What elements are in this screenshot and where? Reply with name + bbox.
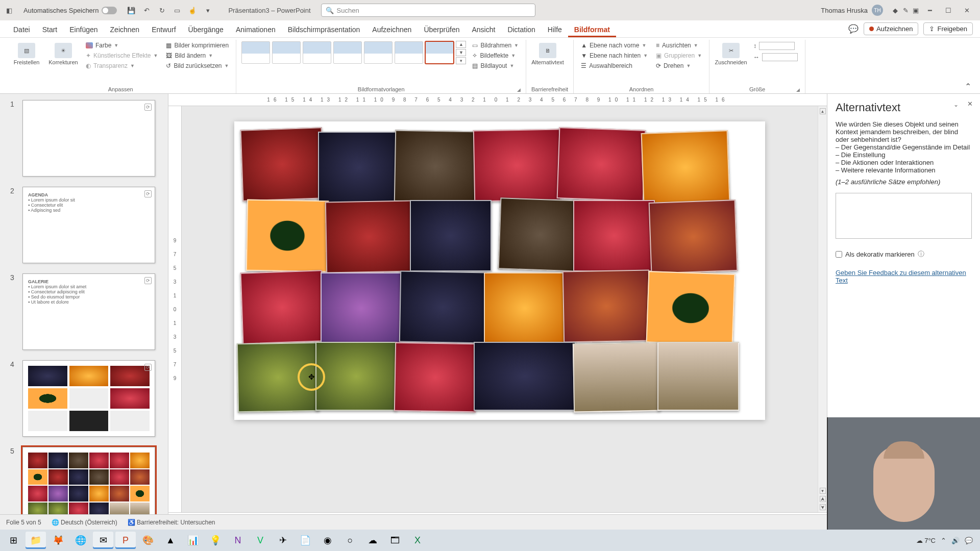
transparency-button[interactable]: ◐Transparenz▼ [84,61,160,70]
tray-icon[interactable]: 💬 [965,537,973,544]
height-field[interactable] [759,42,795,50]
maximize-button[interactable]: ☐ [939,3,958,18]
slide-thumbnail[interactable]: ⟳ [22,360,155,437]
slide-thumbnail[interactable]: ⟳ [22,100,155,177]
tab-aufzeichnen[interactable]: Aufzeichnen [366,22,418,37]
feedback-link[interactable]: Geben Sie Feedback zu diesem alternative… [836,269,972,284]
tab-entwurf[interactable]: Entwurf [145,22,182,37]
comments-icon[interactable]: 💬 [848,24,859,34]
telegram-icon[interactable]: ✈ [273,532,293,549]
slide-thumbnail[interactable]: ⟳GALERIE▪ Lorem ipsum dolor sit amet▪ Co… [22,273,155,350]
collage-image[interactable] [573,342,660,413]
style-item[interactable] [364,41,393,64]
slide-thumbnail-selected[interactable] [22,447,155,523]
tab-dictation[interactable]: Dictation [501,22,541,37]
collage-image[interactable] [240,270,325,344]
language-indicator[interactable]: 🌐 Deutsch (Österreich) [52,519,117,526]
collage-image[interactable] [646,271,736,345]
share-button[interactable]: ⇪Freigeben [923,22,973,35]
tab-bildschirmpraesentation[interactable]: Bildschirmpräsentation [282,22,366,37]
picture-layout-button[interactable]: ▤Bildlayout▼ [470,61,521,70]
slide-thumbnail[interactable]: ⟳AGENDA▪ Lorem ipsum dolor sit▪ Consecte… [22,187,155,263]
reset-picture-button[interactable]: ↺Bild zurücksetzen▼ [164,61,231,70]
close-button[interactable]: ✕ [958,3,976,18]
style-item[interactable] [303,41,331,64]
collage-image[interactable] [394,130,477,203]
picture-effects-button[interactable]: ✧Bildeffekte▼ [470,51,521,60]
style-item[interactable] [241,41,270,64]
rotate-button[interactable]: ⟳Drehen▼ [654,61,704,70]
send-backward-button[interactable]: ▼Ebene nach hinten▼ [579,51,650,60]
excel-icon[interactable]: X [407,532,428,549]
start-button[interactable]: ⊞ [3,532,23,549]
tab-ueberpruefen[interactable]: Überprüfen [418,22,465,37]
collage-image[interactable] [641,130,730,205]
collage-image[interactable] [562,270,650,343]
vertical-scrollbar[interactable]: ▲ ▼ ⮝ ⮟ [818,106,827,512]
app-icon[interactable]: V [250,532,271,549]
tray-icon[interactable]: 🔊 [951,537,960,544]
collage-image[interactable] [399,271,487,344]
tab-bildformat[interactable]: Bildformat [568,22,616,37]
height-input[interactable]: ↕ [751,41,800,51]
app-icon[interactable]: 📄 [295,532,315,549]
accessibility-checker[interactable]: ♿ Barrierefreiheit: Untersuchen [128,519,215,526]
onenote-icon[interactable]: N [228,532,248,549]
collage-image[interactable] [649,199,738,274]
qat-more-icon[interactable]: ▾ [203,5,213,15]
window-icon[interactable]: ▣ [911,5,921,15]
collage-image[interactable] [237,342,320,413]
record-button[interactable]: Aufzeichnen [864,22,919,35]
picture-collage[interactable] [241,129,758,412]
app-icon[interactable]: 🗔 [385,532,405,549]
tab-ansicht[interactable]: Ansicht [465,22,501,37]
app-icon[interactable]: ☁ [362,532,383,549]
app-icon[interactable]: 💡 [205,532,226,549]
color-button[interactable]: Farbe▼ [84,41,160,50]
collage-image[interactable] [484,272,566,344]
collage-image[interactable] [498,197,582,271]
change-picture-button[interactable]: 🖼Bild ändern▼ [164,51,231,60]
weather-widget[interactable]: ☁ 7°C [916,537,936,544]
chrome-icon[interactable]: 🌐 [70,532,91,549]
diamond-icon[interactable]: ◆ [890,5,900,15]
decorative-checkbox[interactable]: Als dekorativ markieren ⓘ [836,249,972,259]
present-icon[interactable]: ▭ [172,5,182,15]
gallery-up-icon[interactable]: ▲ [456,41,466,48]
app-icon[interactable]: ○ [340,532,360,549]
firefox-icon[interactable]: 🦊 [48,532,68,549]
align-button[interactable]: ≡Ausrichten▼ [654,41,704,50]
touch-icon[interactable]: ☝ [187,5,198,15]
tray-chevron-icon[interactable]: ⌃ [941,537,946,544]
collage-image[interactable] [315,342,397,411]
powerpoint-icon[interactable]: P [115,532,136,549]
dialog-launcher-icon[interactable]: ◢ [796,87,800,92]
corrections-button[interactable]: ☀Korrekturen [47,41,80,67]
collage-image[interactable] [246,199,329,272]
remove-background-button[interactable]: ▧Freistellen [10,41,43,67]
alt-text-input[interactable] [836,193,972,239]
obs-icon[interactable]: ◉ [317,532,338,549]
pane-close-icon[interactable]: ✕ [967,100,973,108]
selection-pane-button[interactable]: ☰Auswahlbereich [579,61,650,70]
next-slide-icon[interactable]: ⮟ [820,504,826,510]
autosave-toggle[interactable]: Automatisches Speichern [19,7,121,14]
picture-border-button[interactable]: ▭Bildrahmen▼ [470,41,521,50]
vlc-icon[interactable]: ▲ [160,532,181,549]
collapse-ribbon-icon[interactable]: ⌃ [963,81,973,91]
width-input[interactable]: ↔ [751,52,800,62]
explorer-icon[interactable]: 📁 [26,532,46,549]
collage-image[interactable] [473,129,561,202]
tab-zeichnen[interactable]: Zeichnen [104,22,146,37]
prev-slide-icon[interactable]: ⮝ [820,496,826,502]
search-input[interactable]: 🔍 Suchen [321,4,535,17]
picture-styles-gallery[interactable]: ▲ ▼ ▾ [241,41,466,64]
group-objects-button[interactable]: ▣Gruppieren▼ [654,51,704,60]
compress-pictures-button[interactable]: ▦Bilder komprimieren [164,41,231,50]
app-icon[interactable]: 📊 [183,532,203,549]
tab-datei[interactable]: Datei [7,22,36,37]
tab-start[interactable]: Start [36,22,64,37]
collage-image[interactable] [474,342,576,411]
slide-canvas[interactable] [234,121,765,420]
style-item[interactable] [333,41,362,64]
